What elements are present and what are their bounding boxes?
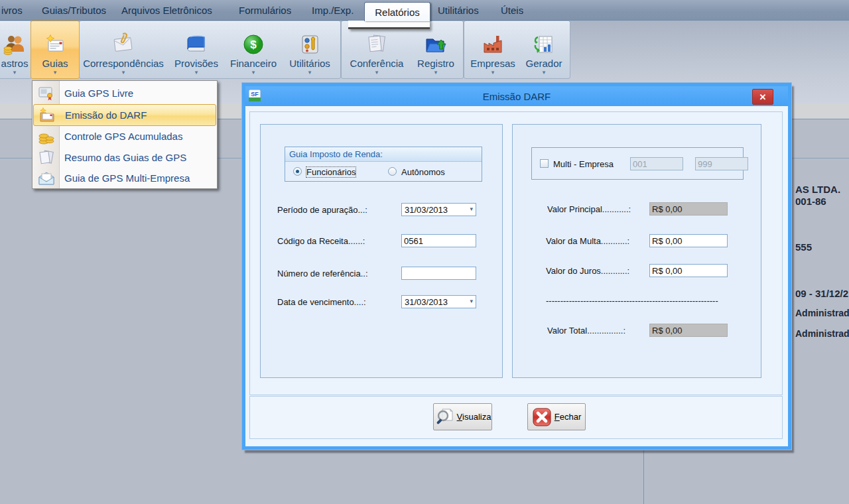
codigo-receita-input[interactable] — [401, 234, 476, 247]
papers-icon — [37, 149, 55, 166]
autonomos-radio[interactable] — [388, 167, 397, 176]
chevron-down-icon: ▾ — [434, 70, 438, 75]
background-text: AS LTDA. — [795, 184, 840, 195]
close-button[interactable]: ✕ — [752, 89, 773, 105]
valor-principal-input — [649, 202, 728, 216]
chevron-down-icon: ▾ — [252, 70, 255, 75]
data-vencimento-combobox[interactable]: 31/03/2013 ▾ — [401, 295, 476, 308]
guia-imposto-renda-group: Guia Imposto de Renda: Funcionários Autô… — [285, 147, 482, 182]
numero-referencia-input[interactable] — [401, 267, 476, 280]
valor-multa-input[interactable] — [649, 234, 728, 247]
chevron-down-icon: ▾ — [122, 70, 125, 75]
autonomos-radio-label[interactable]: Autônomos — [401, 167, 445, 177]
funcionarios-radio-label[interactable]: Funcionários — [306, 167, 356, 177]
ribbon-item-label: Empresas — [470, 58, 515, 69]
ribbon-item-guias[interactable]: Guias ▾ — [31, 21, 80, 79]
guias-dropdown-menu: Guia GPS Livre Emissão do DARF — [32, 80, 218, 189]
ribbon-item-conferencia[interactable]: Conferência ▾ — [342, 21, 411, 77]
background-text: 09 - 31/12/2 — [795, 288, 848, 299]
chevron-down-icon: ▾ — [13, 70, 17, 75]
menu-tab-relatorios-active[interactable]: Relatórios — [364, 2, 430, 21]
multi-empresa-group: Multi - Empresa — [531, 147, 744, 180]
chevron-down-icon: ▾ — [470, 298, 473, 304]
ribbon-item-label: Registro — [417, 58, 454, 69]
valor-juros-label: Valor do Juros...........: — [546, 266, 629, 276]
active-tab-panel-edge — [348, 20, 430, 29]
menu-item-guia-gps-multi-empresa[interactable]: Guia de GPS Multi-Empresa — [33, 168, 217, 188]
menu-tab-uteis[interactable]: Úteis — [501, 5, 523, 16]
svg-text:$: $ — [250, 38, 257, 51]
dialog-title-bar[interactable]: SF Emissão DARF ✕ — [245, 86, 788, 106]
group-title: Guia Imposto de Renda: — [285, 147, 482, 162]
right-panel: Multi - Empresa Valor Principal.........… — [512, 124, 761, 378]
ribbon-item-registro[interactable]: Registro ▾ — [411, 21, 460, 77]
ribbon-item-label: Provisões — [174, 58, 218, 69]
ribbon-item-label: Guias — [42, 58, 68, 69]
multi-empresa-label[interactable]: Multi - Empresa — [553, 159, 614, 169]
menu-tab-guias-tributos[interactable]: Guias/Tributos — [42, 5, 106, 16]
ribbon-item-provisoes[interactable]: Provisões ▾ — [167, 21, 226, 77]
fechar-button[interactable]: Fechar — [527, 403, 586, 430]
certificate-document-icon — [37, 84, 55, 102]
ribbon-item-label: Conferência — [350, 58, 404, 69]
dialog-title: Emissão DARF — [245, 91, 788, 102]
data-vencimento-label: Data de vencimento....: — [277, 297, 366, 307]
buttons-bar — [249, 396, 783, 439]
envelope-sparkle-icon — [44, 29, 66, 56]
menu-tab-formularios[interactable]: Formulários — [239, 5, 291, 16]
ribbon-item-financeiro[interactable]: $ Financeiro ▾ — [227, 21, 280, 77]
periodo-apuracao-label: Período de apuração...: — [277, 205, 367, 215]
close-x-icon — [532, 407, 552, 427]
chevron-down-icon: ▾ — [470, 206, 473, 212]
chevron-down-icon: ▾ — [195, 70, 198, 75]
periodo-apuracao-combobox[interactable]: 31/03/2013 ▾ — [401, 203, 476, 216]
ribbon-item-label: Financeiro — [230, 58, 277, 69]
empresa-inicial-input — [630, 157, 683, 170]
chevron-down-icon: ▾ — [491, 70, 495, 75]
ribbon-item-label: Gerador — [525, 58, 562, 69]
ribbon-item-label: Correspondências — [83, 58, 164, 69]
ribbon-item-label: astros — [1, 58, 29, 69]
menu-tab-imp-exp[interactable]: Imp./Exp. — [312, 5, 354, 16]
ribbon-item-correspondencias[interactable]: Correspondências ▾ — [81, 21, 166, 77]
dialog-client-area: Guia Imposto de Renda: Funcionários Autô… — [245, 106, 788, 446]
multi-empresa-checkbox[interactable] — [540, 159, 549, 168]
emissao-darf-dialog: SF Emissão DARF ✕ Guia Imposto de Renda:… — [242, 83, 791, 450]
valor-principal-label: Valor Principal...........: — [547, 204, 631, 214]
valor-total-label: Valor Total...............: — [547, 326, 625, 336]
tools-icon — [298, 29, 321, 56]
close-icon: ✕ — [759, 92, 767, 102]
people-coins-icon — [3, 29, 26, 56]
menu-item-guia-gps-livre[interactable]: Guia GPS Livre — [33, 83, 217, 103]
menu-item-label: Controle GPS Acumuladas — [64, 131, 182, 142]
valor-total-input — [649, 324, 728, 337]
chevron-down-icon: ▾ — [543, 70, 546, 75]
menu-tab-arquivos-eletronicos[interactable]: Arquivos Eletrônicos — [121, 5, 212, 16]
background-text: 555 — [795, 241, 812, 253]
ribbon-item-empresas[interactable]: Empresas ▾ — [466, 21, 520, 77]
magnifier-icon — [434, 407, 454, 427]
menu-item-resumo-guias-gps[interactable]: Resumo das Guias de GPS — [33, 147, 217, 168]
background-text: Administrado — [795, 308, 849, 318]
visualiza-button[interactable]: Visualiza — [433, 403, 492, 430]
ribbon-item-utilitarios[interactable]: Utilitários ▾ — [281, 21, 338, 77]
coins-icon — [37, 127, 55, 145]
menu-item-label: Emissão do DARF — [65, 109, 147, 121]
ribbon-item-gerador[interactable]: Gerador ▾ — [521, 21, 566, 77]
menu-tab-livros[interactable]: ivros — [1, 5, 23, 16]
funcionarios-radio[interactable] — [293, 167, 302, 176]
open-envelope-icon — [37, 169, 55, 187]
menu-item-emissao-darf[interactable]: Emissão do DARF — [33, 104, 216, 126]
combo-value: 31/03/2013 — [405, 205, 448, 215]
total-separator: ----------------------------------------… — [546, 296, 730, 306]
button-label: Fechar — [555, 412, 581, 422]
menu-item-controle-gps-acumuladas[interactable]: Controle GPS Acumuladas — [33, 126, 217, 147]
envelope-sparkle-icon — [38, 106, 56, 124]
menu-tab-utilitarios[interactable]: Utilitários — [438, 5, 479, 16]
dollar-coin-icon: $ — [242, 29, 265, 56]
combo-value: 31/03/2013 — [405, 297, 448, 307]
menu-item-label: Resumo das Guias de GPS — [64, 152, 186, 163]
valor-juros-input[interactable] — [649, 264, 728, 277]
app-screen: AS LTDA. 001-86 555 09 - 31/12/2 Adminis… — [0, 0, 849, 504]
background-text: 001-86 — [795, 196, 826, 207]
